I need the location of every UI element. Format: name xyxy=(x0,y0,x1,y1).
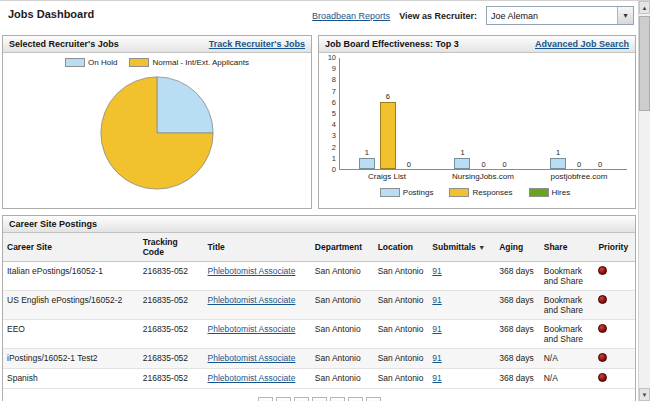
bar-legend-item: Responses xyxy=(449,188,512,197)
career-site-cell: Italian ePostings/16052-1 xyxy=(3,262,139,291)
legend-swatch-icon xyxy=(65,58,85,67)
broadbean-reports-link[interactable]: Broadbean Reports xyxy=(312,11,390,21)
bar-chart-plot: 160100100 xyxy=(339,58,627,170)
job-title-link[interactable]: Phlebotomist Associate xyxy=(208,373,296,383)
column-header-submittals[interactable]: Submittals ▼ xyxy=(428,233,495,262)
submittals-count-link[interactable]: 91 xyxy=(432,353,441,363)
title-cell: Phlebotomist Associate xyxy=(204,262,311,291)
job-title-link[interactable]: Phlebotomist Associate xyxy=(208,295,296,305)
submittals-cell: 91 xyxy=(428,349,495,369)
job-title-link[interactable]: Phlebotomist Associate xyxy=(208,266,296,276)
aging-cell: 368 days xyxy=(495,291,540,320)
top-bar: Jobs Dashboard Broadbean Reports View as… xyxy=(0,1,638,33)
tracking-code-cell: 216835-052 xyxy=(139,262,204,291)
pie-slice-0 xyxy=(157,77,213,133)
column-header-title[interactable]: Title xyxy=(204,233,311,262)
pagination-button[interactable]: 2 xyxy=(294,397,309,401)
table-row: US English ePostings/16052-2216835-052Ph… xyxy=(3,291,635,320)
bar-rect xyxy=(359,158,375,169)
title-cell: Phlebotomist Associate xyxy=(204,349,311,369)
column-header-tracking-code[interactable]: Tracking Code xyxy=(139,233,204,262)
title-cell: Phlebotomist Associate xyxy=(204,320,311,349)
bar-responses: 6 xyxy=(380,93,396,169)
y-axis-tick-label: 4 xyxy=(332,121,336,129)
bar-value-label: 0 xyxy=(407,161,411,169)
bar-legend-item: Postings xyxy=(380,188,434,197)
bar-rect xyxy=(454,158,470,169)
advanced-job-search-link[interactable]: Advanced Job Search xyxy=(535,39,629,49)
scrollbar-thumb[interactable] xyxy=(639,16,650,111)
jobs-dashboard-screen: Jobs Dashboard Broadbean Reports View as… xyxy=(0,0,650,401)
priority-red-icon xyxy=(598,266,607,275)
bar-hires: 0 xyxy=(401,161,417,170)
location-cell: San Antonio xyxy=(374,349,429,369)
pagination-button[interactable]: 5 xyxy=(348,397,363,401)
career-site-cell: US English ePostings/16052-2 xyxy=(3,291,139,320)
pie-legend-label: On Hold xyxy=(88,58,117,67)
recruiter-jobs-panel-header: Selected Recruiter's Jobs Track Recruite… xyxy=(3,36,311,53)
submittals-count-link[interactable]: 91 xyxy=(432,266,441,276)
scroll-down-icon[interactable]: ▼ xyxy=(639,388,650,401)
bar-value-label: 1 xyxy=(556,149,560,157)
priority-cell xyxy=(594,369,635,389)
priority-cell xyxy=(594,262,635,291)
job-title-link[interactable]: Phlebotomist Associate xyxy=(208,324,296,334)
bar-group: 160 xyxy=(359,93,417,169)
pagination-button[interactable]: 3 xyxy=(312,397,327,401)
location-cell: San Antonio xyxy=(374,262,429,291)
sort-desc-icon: ▼ xyxy=(478,244,485,251)
share-cell: N/A xyxy=(540,349,595,369)
location-cell: San Antonio xyxy=(374,320,429,349)
pie-legend-label: Normal - Int/Ext. Applicants xyxy=(152,58,248,67)
recruiter-jobs-panel-title: Selected Recruiter's Jobs xyxy=(9,39,119,49)
track-recruiters-jobs-link[interactable]: Track Recruiter's Jobs xyxy=(209,39,305,49)
priority-cell xyxy=(594,320,635,349)
pagination-button[interactable]: » xyxy=(366,397,381,401)
recruiter-jobs-panel: Selected Recruiter's Jobs Track Recruite… xyxy=(2,35,312,209)
bar-hires: 0 xyxy=(496,161,512,170)
pagination: «12345» xyxy=(3,389,635,401)
scroll-up-icon[interactable]: ▲ xyxy=(639,1,650,14)
y-axis-tick-label: 3 xyxy=(332,132,336,140)
bar-legend-label: Hires xyxy=(552,188,571,197)
bar-value-label: 0 xyxy=(502,161,506,169)
bar-chart-x-axis: Craigs ListNursingJobs.compostjobfree.co… xyxy=(339,172,627,181)
column-header-location[interactable]: Location xyxy=(374,233,429,262)
department-cell: San Antonio xyxy=(311,262,374,291)
vertical-scrollbar[interactable]: ▲ ▼ xyxy=(638,1,650,401)
recruiter-select[interactable]: Joe Aleman ▾ xyxy=(486,6,634,25)
column-header-department[interactable]: Department xyxy=(311,233,374,262)
pagination-button[interactable]: 4 xyxy=(330,397,345,401)
job-board-bar-chart: 012345678910 160100100 Craigs ListNursin… xyxy=(323,58,627,181)
submittals-count-link[interactable]: 91 xyxy=(432,295,441,305)
table-row: Italian ePostings/16052-1216835-052Phleb… xyxy=(3,262,635,291)
job-board-panel-header: Job Board Effectiveness: Top 3 Advanced … xyxy=(319,36,635,53)
share-cell: Bookmark and Share xyxy=(540,262,595,291)
submittals-cell: 91 xyxy=(428,369,495,389)
job-title-link[interactable]: Phlebotomist Associate xyxy=(208,353,296,363)
chevron-down-icon[interactable]: ▾ xyxy=(617,7,633,24)
y-axis-tick-label: 7 xyxy=(332,88,336,96)
recruiter-select-value: Joe Aleman xyxy=(487,11,538,21)
legend-swatch-icon xyxy=(380,188,400,197)
y-axis-tick-label: 2 xyxy=(332,144,336,152)
career-site-cell: Spanish xyxy=(3,369,139,389)
submittals-count-link[interactable]: 91 xyxy=(432,373,441,383)
x-axis-category-label: Craigs List xyxy=(339,172,435,181)
topbar-controls: Broadbean Reports View as Recruiter: Joe… xyxy=(312,6,634,25)
column-header-priority[interactable]: Priority xyxy=(594,233,635,262)
location-cell: San Antonio xyxy=(374,291,429,320)
submittals-count-link[interactable]: 91 xyxy=(432,324,441,334)
pagination-button[interactable]: 1 xyxy=(276,397,291,401)
pagination-button[interactable]: « xyxy=(258,397,273,401)
bar-chart-plot-wrap: 160100100 Craigs ListNursingJobs.compost… xyxy=(339,58,627,181)
scrollbar-track[interactable] xyxy=(639,14,650,388)
column-header-career-site[interactable]: Career Site xyxy=(3,233,139,262)
column-header-share[interactable]: Share xyxy=(540,233,595,262)
column-header-aging[interactable]: Aging xyxy=(495,233,540,262)
aging-cell: 368 days xyxy=(495,262,540,291)
bar-postings: 1 xyxy=(454,149,470,169)
department-cell: San Antonio xyxy=(311,369,374,389)
x-axis-category-label: NursingJobs.com xyxy=(435,172,531,181)
legend-swatch-icon xyxy=(529,188,549,197)
